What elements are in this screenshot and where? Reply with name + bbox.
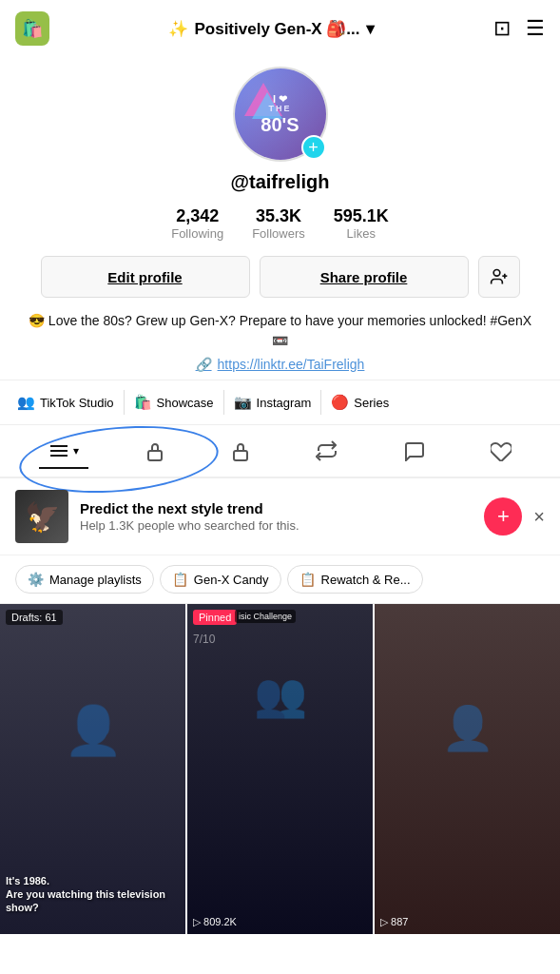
share-profile-button[interactable]: Share profile: [260, 256, 469, 298]
svg-rect-6: [148, 451, 162, 460]
tiktok-studio-icon: 👥: [17, 394, 35, 411]
likes-label: Likes: [347, 226, 376, 241]
genx-candy-label: Gen-X Candy: [194, 573, 269, 587]
series-label: Series: [354, 396, 389, 410]
top-nav: 🛍️ ✨ Positively Gen-X 🎒... ▾ ⊡ ☰: [0, 0, 560, 57]
tab-locked[interactable]: [222, 433, 260, 469]
suggest-title: Predict the next style trend: [80, 500, 473, 516]
suggest-close-button[interactable]: ×: [533, 506, 545, 528]
video-person-3: 👤: [441, 703, 494, 753]
tab-grid-chevron: ▾: [73, 444, 79, 458]
video-person-1: 👤: [64, 703, 123, 758]
nav-left: 🛍️: [15, 11, 49, 46]
profile-section: I ❤ THE 80'S + @taifreligh 2,342 Followi…: [0, 57, 560, 311]
stat-followers[interactable]: 35.3K Followers: [252, 206, 305, 241]
playlist-row: ⚙️ Manage playlists 📋 Gen-X Candy 📋 Rewa…: [0, 555, 560, 604]
instagram-icon: 📷: [234, 394, 252, 411]
suggest-actions: + ×: [484, 497, 545, 536]
avatar-container: I ❤ THE 80'S +: [233, 67, 328, 162]
link-instagram[interactable]: 📷 Instagram: [224, 390, 322, 415]
suggest-add-button[interactable]: +: [484, 497, 522, 536]
video-card-1[interactable]: 👤 Drafts: 61 It's 1986.Are you watching …: [0, 604, 185, 934]
title-prefix: ✨: [168, 19, 188, 39]
add-avatar-button[interactable]: +: [301, 135, 326, 160]
stat-following[interactable]: 2,342 Following: [171, 206, 223, 241]
stat-likes[interactable]: 595.1K Likes: [334, 206, 389, 241]
genx-candy-playlist[interactable]: 📋 Gen-X Candy: [160, 565, 281, 594]
link-series[interactable]: 🔴 Series: [321, 390, 398, 415]
bio-section: 😎 Love the 80s? Grew up Gen-X? Prepare t…: [0, 311, 560, 372]
stats-row: 2,342 Following 35.3K Followers 595.1K L…: [171, 206, 389, 241]
video-overlay-1: It's 1986.Are you watching this televisi…: [6, 874, 180, 915]
likes-count: 595.1K: [334, 206, 389, 226]
rewatch-icon: 📋: [299, 572, 316, 587]
suggest-thumbnail: 🦅: [15, 490, 68, 543]
video-grid: 👤 Drafts: 61 It's 1986.Are you watching …: [0, 604, 560, 934]
music-challenge-badge: isic Challenge: [235, 610, 296, 623]
video-person-2: 👥: [254, 670, 307, 720]
tab-grid[interactable]: ▾: [39, 435, 88, 469]
instagram-label: Instagram: [257, 396, 312, 410]
bio-link[interactable]: 🔗 https://linktr.ee/TaiFreligh: [19, 357, 541, 372]
pinned-badge: Pinned: [193, 610, 237, 625]
tab-repost[interactable]: [306, 433, 346, 469]
video-card-3[interactable]: 👤 ▷ 887: [375, 604, 560, 934]
shopify-icon[interactable]: 🛍️: [15, 11, 49, 46]
video-number-2: 7/10: [193, 633, 215, 646]
showcase-icon: 🛍️: [134, 394, 152, 411]
suggest-subtitle: Help 1.3K people who searched for this.: [80, 518, 473, 533]
manage-playlists-label: Manage playlists: [49, 573, 142, 587]
tab-comments[interactable]: [394, 433, 434, 469]
tabs-row: ▾: [0, 425, 560, 478]
link-showcase[interactable]: 🛍️ Showcase: [125, 390, 224, 415]
suggest-text: Predict the next style trend Help 1.3K p…: [80, 500, 473, 533]
series-icon: 🔴: [331, 394, 349, 411]
svg-rect-7: [234, 451, 247, 460]
showcase-label: Showcase: [157, 396, 214, 410]
suggest-card: 🦅 Predict the next style trend Help 1.3K…: [0, 478, 560, 555]
svg-point-0: [493, 270, 500, 277]
manage-playlists-button[interactable]: ⚙️ Manage playlists: [15, 565, 154, 594]
username: @taifreligh: [231, 171, 330, 193]
nav-right: ⊡ ☰: [493, 16, 545, 41]
bio-text: 😎 Love the 80s? Grew up Gen-X? Prepare t…: [19, 311, 541, 351]
menu-icon[interactable]: ☰: [526, 16, 545, 41]
genx-candy-icon: 📋: [172, 572, 188, 587]
page-title: Positively Gen-X 🎒...: [194, 19, 359, 39]
nav-title: ✨ Positively Gen-X 🎒... ▾: [168, 19, 374, 39]
link-tiktok-studio[interactable]: 👥 TikTok Studio: [8, 390, 125, 415]
following-count: 2,342: [176, 206, 219, 226]
video-card-2[interactable]: 👥 Pinned isic Challenge 7/10 ▷ 809.2K: [187, 604, 373, 934]
bookmark-icon[interactable]: ⊡: [493, 16, 511, 41]
followers-label: Followers: [252, 226, 305, 241]
link-url[interactable]: https://linktr.ee/TaiFreligh: [218, 357, 365, 372]
video-stats-3: ▷ 887: [380, 916, 408, 928]
tiktok-studio-label: TikTok Studio: [40, 396, 114, 410]
video-stats-2: ▷ 809.2K: [193, 916, 237, 928]
drafts-badge: Drafts: 61: [6, 610, 63, 625]
rewatch-label: Rewatch & Re...: [321, 573, 411, 587]
rewatch-playlist[interactable]: 📋 Rewatch & Re...: [287, 565, 423, 594]
links-row: 👥 TikTok Studio 🛍️ Showcase 📷 Instagram …: [0, 380, 560, 425]
action-buttons: Edit profile Share profile: [19, 256, 541, 298]
edit-profile-button[interactable]: Edit profile: [41, 256, 250, 298]
tab-likes[interactable]: [481, 433, 521, 469]
followers-count: 35.3K: [256, 206, 301, 226]
chevron-down-icon[interactable]: ▾: [366, 19, 375, 39]
add-friend-button[interactable]: [478, 256, 520, 298]
tab-private[interactable]: [136, 433, 174, 469]
manage-playlists-icon: ⚙️: [28, 572, 44, 587]
following-label: Following: [171, 226, 223, 241]
link-icon: 🔗: [196, 357, 212, 372]
